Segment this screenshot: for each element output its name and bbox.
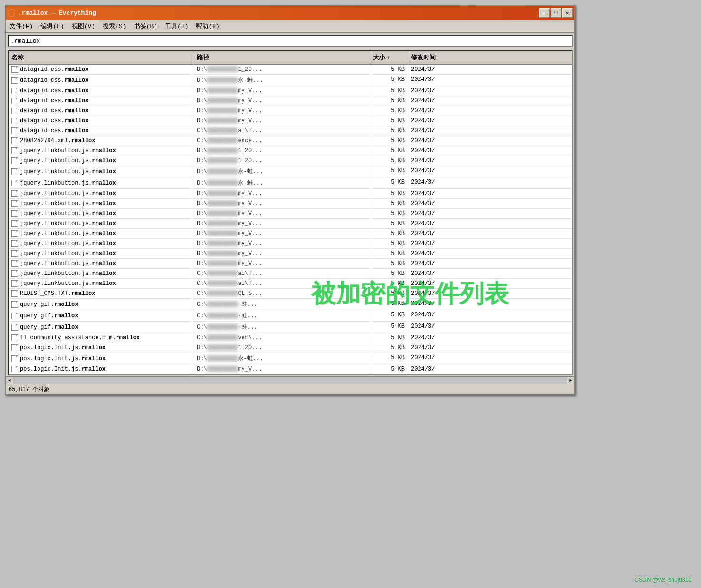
file-name-text: jquery.linkbutton.js.rmallox [20, 180, 116, 186]
row-size: 5 KB [370, 322, 408, 333]
table-row[interactable]: fl_community_assistance.htm.rmalloxC:\██… [9, 333, 572, 343]
maximize-button[interactable]: □ [551, 8, 561, 18]
header-path[interactable]: 路径 [194, 51, 370, 64]
table-row[interactable]: jquery.linkbutton.js.rmalloxD:\█████████… [9, 219, 572, 229]
table-row[interactable]: jquery.linkbutton.js.rmalloxD:\█████████… [9, 249, 572, 259]
file-name-text: jquery.linkbutton.js.rmallox [20, 147, 116, 154]
row-name: jquery.linkbutton.js.rmallox [9, 177, 194, 188]
table-row[interactable]: jquery.linkbutton.js.rmalloxD:\█████████… [9, 189, 572, 199]
table-row[interactable]: pos.logic.Init.js.rmalloxD:\█████████my_… [9, 364, 572, 374]
menu-bookmark[interactable]: 书签(B) [130, 21, 161, 31]
row-name: jquery.linkbutton.js.rmallox [9, 279, 194, 288]
row-date: 2024/3/ [408, 219, 572, 228]
file-name-text: datagrid.css.rmallox [20, 88, 88, 94]
file-icon [11, 77, 18, 84]
table-row[interactable]: jquery.linkbutton.js.rmalloxD:\█████████… [9, 239, 572, 249]
menu-view[interactable]: 视图(V) [68, 21, 99, 31]
file-name-text: pos.logic.Init.js.rmallox [20, 366, 106, 372]
row-date: 2024/3/ [408, 343, 572, 353]
header-date[interactable]: 修改时间 [408, 51, 572, 64]
file-icon [11, 190, 18, 197]
row-path: D:\█████████永-蛙... [194, 353, 370, 364]
row-date: 2024/3/ [408, 310, 572, 321]
table-row[interactable]: jquery.linkbutton.js.rmalloxD:\█████████… [9, 199, 572, 209]
table-row[interactable]: REDIST_CMS.TXT.rmalloxC:\█████████QL S..… [9, 289, 572, 299]
table-row[interactable]: query.gif.rmalloxC:\█████████·蛙...5 KB20… [9, 310, 572, 322]
file-name-text: REDIST_CMS.TXT.rmallox [20, 290, 95, 297]
table-row[interactable]: jquery.linkbutton.js.rmalloxD:\█████████… [9, 229, 572, 239]
file-icon [11, 324, 18, 331]
table-row[interactable]: datagrid.css.rmalloxC:\█████████al\T...5… [9, 126, 572, 136]
file-icon [11, 168, 18, 175]
horizontal-scrollbar[interactable]: ◄ ► [6, 376, 574, 384]
h-scroll-track[interactable] [13, 377, 567, 384]
search-input[interactable] [8, 35, 573, 47]
table-row[interactable]: jquery.linkbutton.js.rmalloxD:\█████████… [9, 209, 572, 219]
row-size: 5 KB [370, 364, 408, 374]
row-size: 5 KB [370, 65, 408, 74]
table-row[interactable]: jquery.linkbutton.js.rmalloxD:\█████████… [9, 166, 572, 177]
table-row[interactable]: datagrid.css.rmalloxD:\█████████my_V...5… [9, 96, 572, 106]
row-size: 5 KB [370, 106, 408, 116]
close-button[interactable]: ✕ [562, 8, 573, 18]
object-count: 65,817 个对象 [9, 385, 49, 393]
file-icon [11, 260, 18, 267]
table-row[interactable]: datagrid.css.rmalloxD:\█████████1_20...5… [9, 65, 572, 75]
row-date: 2024/3/ [408, 322, 572, 333]
table-row[interactable]: jquery.linkbutton.js.rmalloxD:\█████████… [9, 146, 572, 156]
table-row[interactable]: query.gif.rmalloxC:\█████████·蛙...5 KB20… [9, 299, 572, 310]
table-row[interactable]: datagrid.css.rmalloxD:\█████████my_V...5… [9, 86, 572, 96]
file-name-text: query.gif.rmallox [20, 324, 78, 331]
row-name: fl_community_assistance.htm.rmallox [9, 333, 194, 343]
row-name: datagrid.css.rmallox [9, 126, 194, 136]
row-name: jquery.linkbutton.js.rmallox [9, 166, 194, 177]
row-size: 5 KB [370, 177, 408, 188]
table-row[interactable]: datagrid.css.rmalloxD:\█████████my_V...5… [9, 106, 572, 116]
window-controls: — □ ✕ [539, 8, 573, 18]
row-date: 2024/3/ [408, 189, 572, 198]
sort-arrow-icon: ▼ [387, 55, 390, 60]
table-row[interactable]: datagrid.css.rmalloxD:\█████████my_V...5… [9, 116, 572, 126]
file-name-text: jquery.linkbutton.js.rmallox [20, 240, 116, 247]
table-row[interactable]: 2808252794.xml.rmalloxC:\█████████ence..… [9, 136, 572, 146]
minimize-button[interactable]: — [539, 8, 550, 18]
menu-file[interactable]: 文件(F) [6, 21, 37, 31]
table-row[interactable]: jquery.linkbutton.js.rmalloxD:\█████████… [9, 177, 572, 189]
header-size[interactable]: 大小 ▼ [370, 51, 408, 64]
menu-edit[interactable]: 编辑(E) [37, 21, 68, 31]
table-row[interactable]: pos.logic.Init.js.rmalloxD:\█████████永-蛙… [9, 353, 572, 364]
row-name: jquery.linkbutton.js.rmallox [9, 229, 194, 238]
menu-help[interactable]: 帮助(H) [192, 21, 223, 31]
row-size: 5 KB [370, 209, 408, 218]
row-date: 2024/3/ [408, 199, 572, 208]
row-date: 2024/3/ [408, 353, 572, 364]
table-row[interactable]: jquery.linkbutton.js.rmalloxC:\█████████… [9, 269, 572, 279]
scroll-left-button[interactable]: ◄ [6, 377, 13, 384]
file-name-text: datagrid.css.rmallox [20, 66, 88, 73]
row-date: 2024/3/ [408, 259, 572, 268]
menu-search[interactable]: 搜索(S) [99, 21, 130, 31]
header-name[interactable]: 名称 [9, 51, 194, 64]
table-row[interactable]: jquery.linkbutton.js.rmalloxD:\█████████… [9, 259, 572, 269]
main-window: .rmallox — Everything — □ ✕ 文件(F) 编辑(E) … [5, 5, 575, 395]
row-name: jquery.linkbutton.js.rmallox [9, 259, 194, 268]
row-path: D:\█████████永-蛙... [194, 166, 370, 177]
row-date: 2024/3/ [408, 333, 572, 343]
row-date: 2024/3/ [408, 156, 572, 166]
file-icon [11, 118, 18, 124]
file-name-text: jquery.linkbutton.js.rmallox [20, 157, 116, 164]
table-row[interactable]: datagrid.css.rmalloxD:\█████████永-蛙...5 … [9, 75, 572, 86]
table-row[interactable]: query.gif.rmalloxC:\█████████·蛙...5 KB20… [9, 322, 572, 333]
row-path: D:\█████████1_20... [194, 343, 370, 353]
row-size: 5 KB [370, 289, 408, 298]
row-path: C:\█████████al\T... [194, 126, 370, 136]
table-row[interactable]: pos.logic.Init.js.rmalloxD:\█████████1_2… [9, 343, 572, 353]
scroll-right-button[interactable]: ► [567, 377, 574, 384]
row-path: D:\█████████my_V... [194, 106, 370, 116]
row-path: D:\█████████my_V... [194, 209, 370, 218]
row-path: C:\█████████·蛙... [194, 322, 370, 333]
table-row[interactable]: jquery.linkbutton.js.rmalloxD:\█████████… [9, 156, 572, 166]
menu-tools[interactable]: 工具(T) [161, 21, 192, 31]
table-row[interactable]: jquery.linkbutton.js.rmalloxC:\█████████… [9, 279, 572, 289]
table-header: 名称 路径 大小 ▼ 修改时间 [9, 51, 572, 65]
